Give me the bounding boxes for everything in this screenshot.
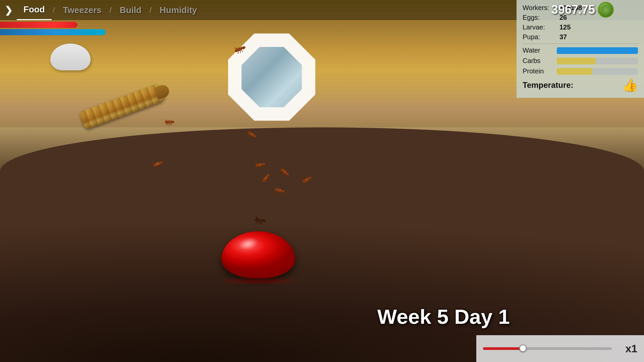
temperature-label: Temperature:: [523, 80, 574, 90]
nav-sep-3: /: [148, 6, 153, 14]
red-jelly-food[interactable]: [221, 231, 295, 285]
water-bar-bg: [557, 47, 638, 54]
stat-row-larvae: Larvae: 125: [523, 23, 638, 31]
ground-mound: [0, 127, 644, 362]
temperature-row: Temperature: 👍: [523, 78, 638, 93]
nav-build[interactable]: Build: [113, 0, 148, 20]
health-bars-container: [0, 22, 141, 35]
water-bar-fill: [557, 47, 638, 54]
carbs-bar-bg: [557, 58, 638, 64]
carbs-label: Carbs: [523, 57, 553, 65]
speed-slider-fill: [483, 347, 522, 350]
currency-amount: 3967.75: [551, 3, 595, 17]
water-bar-row: Water: [523, 47, 638, 54]
nav-tweezers[interactable]: Tweezers: [56, 0, 108, 20]
carbs-bar-fill: [557, 58, 596, 64]
nav-humidity[interactable]: Humidity: [153, 0, 204, 20]
red-dome-body: [221, 231, 295, 278]
currency-icon-inner: [601, 5, 610, 14]
hex-inner-mirror: [241, 47, 302, 107]
protein-bar-row: Protein: [523, 67, 638, 75]
protein-bar-fill: [557, 68, 592, 75]
larvae-label: Larvae:: [523, 23, 559, 31]
nav-sep-2: /: [108, 6, 113, 14]
hp-bar-red: [0, 22, 77, 28]
protein-bar-bg: [557, 68, 638, 75]
hp-bar-blue: [0, 29, 106, 35]
nav-arrow-button[interactable]: ❯: [0, 0, 17, 20]
worm-food-item[interactable]: [77, 90, 171, 131]
week-day-display: Week 5 Day 1: [377, 305, 510, 328]
speed-multiplier-label: x1: [617, 343, 637, 355]
nav-sep-1: /: [52, 6, 56, 14]
hex-outer-ring: [228, 34, 315, 121]
pupa-label: Pupa:: [523, 33, 559, 41]
red-dome-shine: [237, 236, 259, 252]
protein-label: Protein: [523, 67, 553, 75]
speed-slider-track[interactable]: [483, 347, 612, 350]
water-label: Water: [523, 47, 553, 54]
nav-food[interactable]: Food: [17, 0, 52, 20]
speed-control-panel: x1: [476, 335, 644, 362]
currency-icon: [598, 2, 614, 18]
divider: [523, 44, 638, 44]
hex-portal: [228, 34, 315, 121]
stat-row-pupa: Pupa: 37: [523, 33, 638, 41]
currency-display: 3967.75: [551, 2, 614, 18]
pupa-value: 37: [559, 33, 567, 41]
speed-slider-thumb[interactable]: [519, 345, 527, 352]
white-dome-structure: [50, 44, 91, 74]
carbs-bar-row: Carbs: [523, 57, 638, 65]
temperature-thumbs-up-icon: 👍: [622, 78, 638, 93]
larvae-value: 125: [559, 23, 571, 31]
